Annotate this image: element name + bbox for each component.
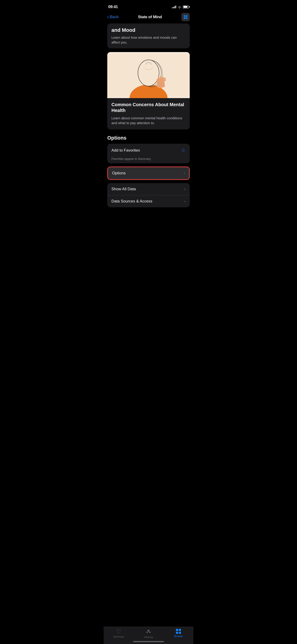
add-to-favorites-label: Add to Favorites (112, 148, 140, 153)
status-bar: 09:41 (104, 0, 194, 12)
page-content: and Mood Learn about how emotions and mo… (104, 24, 194, 230)
favorites-card: Add to Favorites ☆ Favorites appear in S… (107, 144, 190, 163)
svg-rect-10 (164, 78, 166, 82)
nav-bar: ‹ Back State of Mind (104, 12, 194, 24)
mood-card-title: and Mood (112, 27, 186, 33)
signal-icon (172, 6, 176, 8)
options-section-header: Options (104, 135, 194, 144)
battery-icon (183, 6, 189, 8)
show-all-data-row[interactable]: Show All Data › (107, 183, 190, 195)
back-label: Back (110, 15, 118, 19)
options-row[interactable]: Options › (108, 167, 189, 179)
scroll-content: and Mood Learn about how emotions and mo… (104, 24, 194, 207)
article-illustration (107, 52, 190, 98)
add-to-favorites-row[interactable]: Add to Favorites ☆ (107, 144, 190, 157)
page-title: State of Mind (118, 15, 182, 19)
options-highlighted-container: Options › (107, 166, 190, 180)
status-icons (172, 6, 189, 8)
grid-icon (184, 15, 188, 19)
article-title: Common Concerns About Mental Health (112, 102, 186, 113)
wifi-icon (178, 6, 182, 8)
svg-rect-9 (162, 77, 164, 81)
options-row-label: Options (112, 171, 126, 176)
article-image (107, 52, 190, 98)
grid-view-button[interactable] (182, 13, 190, 21)
favorites-hint: Favorites appear in Summary. (107, 157, 190, 163)
article-card[interactable]: Common Concerns About Mental Health Lear… (107, 52, 190, 130)
article-description: Learn about common mental health conditi… (112, 116, 186, 125)
show-all-data-label: Show All Data (112, 187, 136, 192)
mood-card-description: Learn about how emotions and moods can a… (112, 35, 186, 45)
svg-point-5 (138, 60, 159, 86)
data-sources-label: Data Sources & Access (112, 199, 152, 204)
back-button[interactable]: ‹ Back (107, 14, 118, 20)
data-sources-row[interactable]: Data Sources & Access › (107, 195, 190, 207)
chevron-right-icon-2: › (184, 187, 186, 191)
status-time: 09:41 (108, 4, 118, 9)
back-chevron-icon: ‹ (107, 14, 109, 20)
chevron-right-icon-3: › (184, 199, 186, 204)
mood-card[interactable]: and Mood Learn about how emotions and mo… (107, 24, 190, 48)
article-content: Common Concerns About Mental Health Lear… (107, 98, 190, 130)
star-icon: ☆ (181, 148, 186, 154)
chevron-right-icon: › (184, 171, 185, 175)
data-options-group: Show All Data › Data Sources & Access › (107, 183, 190, 207)
